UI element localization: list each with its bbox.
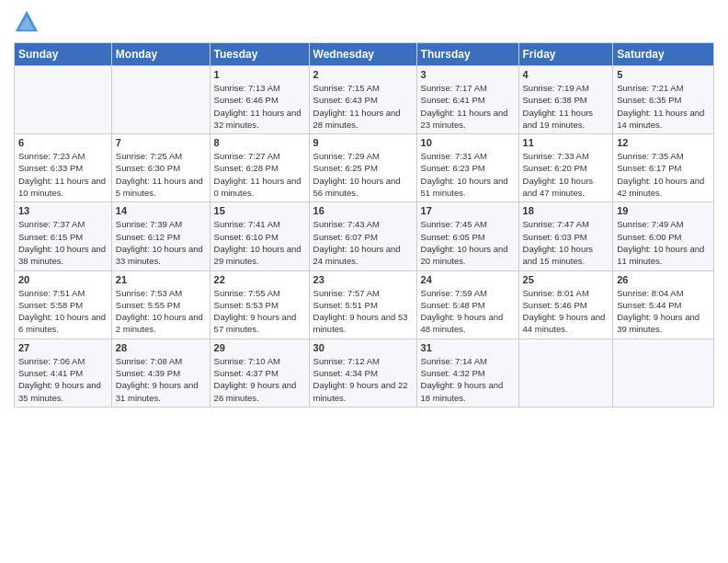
day-number: 7 <box>116 137 206 148</box>
day-info: Sunrise: 7:17 AMSunset: 6:41 PMDaylight:… <box>421 82 515 131</box>
day-info: Sunrise: 8:04 AMSunset: 5:44 PMDaylight:… <box>617 287 710 336</box>
cell-1-4: 2Sunrise: 7:15 AMSunset: 6:43 PMDaylight… <box>309 66 416 134</box>
day-header-friday: Friday <box>518 43 613 66</box>
day-number: 29 <box>214 342 305 353</box>
day-info: Sunrise: 7:27 AMSunset: 6:28 PMDaylight:… <box>214 150 305 199</box>
week-row-5: 27Sunrise: 7:06 AMSunset: 4:41 PMDayligh… <box>15 339 714 407</box>
cell-2-5: 10Sunrise: 7:31 AMSunset: 6:23 PMDayligh… <box>416 134 518 202</box>
cell-3-3: 15Sunrise: 7:41 AMSunset: 6:10 PMDayligh… <box>210 202 309 270</box>
cell-5-6 <box>518 339 613 407</box>
cell-3-6: 18Sunrise: 7:47 AMSunset: 6:03 PMDayligh… <box>518 202 613 270</box>
cell-1-3: 1Sunrise: 7:13 AMSunset: 6:46 PMDaylight… <box>210 66 309 134</box>
cell-3-1: 13Sunrise: 7:37 AMSunset: 6:15 PMDayligh… <box>15 202 112 270</box>
day-info: Sunrise: 7:59 AMSunset: 5:48 PMDaylight:… <box>421 287 515 336</box>
page-container: SundayMondayTuesdayWednesdayThursdayFrid… <box>0 0 728 417</box>
cell-3-7: 19Sunrise: 7:49 AMSunset: 6:00 PMDayligh… <box>613 202 714 270</box>
day-number: 3 <box>421 69 515 80</box>
day-info: Sunrise: 7:12 AMSunset: 4:34 PMDaylight:… <box>313 355 413 404</box>
day-info: Sunrise: 7:23 AMSunset: 6:33 PMDaylight:… <box>18 150 108 199</box>
cell-4-7: 26Sunrise: 8:04 AMSunset: 5:44 PMDayligh… <box>613 270 714 339</box>
day-number: 23 <box>313 274 413 285</box>
week-row-1: 1Sunrise: 7:13 AMSunset: 6:46 PMDaylight… <box>15 66 714 134</box>
day-number: 27 <box>18 342 108 353</box>
cell-1-6: 4Sunrise: 7:19 AMSunset: 6:38 PMDaylight… <box>518 66 613 134</box>
day-info: Sunrise: 7:43 AMSunset: 6:07 PMDaylight:… <box>313 218 413 267</box>
day-header-monday: Monday <box>111 43 210 66</box>
day-number: 28 <box>116 342 206 353</box>
day-header-wednesday: Wednesday <box>309 43 416 66</box>
day-info: Sunrise: 7:45 AMSunset: 6:05 PMDaylight:… <box>421 218 515 267</box>
cell-5-2: 28Sunrise: 7:08 AMSunset: 4:39 PMDayligh… <box>111 339 210 407</box>
cell-3-2: 14Sunrise: 7:39 AMSunset: 6:12 PMDayligh… <box>111 202 210 270</box>
calendar-table: SundayMondayTuesdayWednesdayThursdayFrid… <box>14 42 714 408</box>
day-info: Sunrise: 7:19 AMSunset: 6:38 PMDaylight:… <box>523 82 609 131</box>
day-info: Sunrise: 7:55 AMSunset: 5:53 PMDaylight:… <box>214 287 305 336</box>
day-info: Sunrise: 7:31 AMSunset: 6:23 PMDaylight:… <box>421 150 515 199</box>
day-number: 17 <box>421 205 515 216</box>
cell-1-2 <box>111 66 210 134</box>
day-number: 11 <box>523 137 609 148</box>
day-info: Sunrise: 7:06 AMSunset: 4:41 PMDaylight:… <box>18 355 108 404</box>
cell-2-4: 9Sunrise: 7:29 AMSunset: 6:25 PMDaylight… <box>309 134 416 202</box>
cell-4-5: 24Sunrise: 7:59 AMSunset: 5:48 PMDayligh… <box>416 270 518 339</box>
day-number: 26 <box>617 274 710 285</box>
cell-1-7: 5Sunrise: 7:21 AMSunset: 6:35 PMDaylight… <box>613 66 714 134</box>
logo-icon <box>14 9 40 35</box>
day-info: Sunrise: 7:37 AMSunset: 6:15 PMDaylight:… <box>18 218 108 267</box>
cell-4-4: 23Sunrise: 7:57 AMSunset: 5:51 PMDayligh… <box>309 270 416 339</box>
day-number: 24 <box>421 274 515 285</box>
day-info: Sunrise: 7:14 AMSunset: 4:32 PMDaylight:… <box>421 355 515 404</box>
day-number: 8 <box>214 137 305 148</box>
cell-2-6: 11Sunrise: 7:33 AMSunset: 6:20 PMDayligh… <box>518 134 613 202</box>
day-number: 30 <box>313 342 413 353</box>
day-info: Sunrise: 7:29 AMSunset: 6:25 PMDaylight:… <box>313 150 413 199</box>
day-number: 25 <box>523 274 609 285</box>
day-header-sunday: Sunday <box>15 43 112 66</box>
day-number: 18 <box>523 205 609 216</box>
day-number: 21 <box>116 274 206 285</box>
cell-5-4: 30Sunrise: 7:12 AMSunset: 4:34 PMDayligh… <box>309 339 416 407</box>
day-number: 15 <box>214 205 305 216</box>
day-info: Sunrise: 7:25 AMSunset: 6:30 PMDaylight:… <box>116 150 206 199</box>
cell-4-2: 21Sunrise: 7:53 AMSunset: 5:55 PMDayligh… <box>111 270 210 339</box>
cell-4-3: 22Sunrise: 7:55 AMSunset: 5:53 PMDayligh… <box>210 270 309 339</box>
day-info: Sunrise: 7:47 AMSunset: 6:03 PMDaylight:… <box>523 218 609 267</box>
day-header-saturday: Saturday <box>613 43 714 66</box>
logo <box>14 9 41 35</box>
day-info: Sunrise: 7:41 AMSunset: 6:10 PMDaylight:… <box>214 218 305 267</box>
day-info: Sunrise: 7:39 AMSunset: 6:12 PMDaylight:… <box>116 218 206 267</box>
cell-3-5: 17Sunrise: 7:45 AMSunset: 6:05 PMDayligh… <box>416 202 518 270</box>
cell-2-2: 7Sunrise: 7:25 AMSunset: 6:30 PMDaylight… <box>111 134 210 202</box>
day-info: Sunrise: 7:15 AMSunset: 6:43 PMDaylight:… <box>313 82 413 131</box>
day-number: 1 <box>214 69 305 80</box>
day-info: Sunrise: 7:53 AMSunset: 5:55 PMDaylight:… <box>116 287 206 336</box>
cell-2-3: 8Sunrise: 7:27 AMSunset: 6:28 PMDaylight… <box>210 134 309 202</box>
cell-5-1: 27Sunrise: 7:06 AMSunset: 4:41 PMDayligh… <box>15 339 112 407</box>
day-info: Sunrise: 7:10 AMSunset: 4:37 PMDaylight:… <box>214 355 305 404</box>
day-number: 22 <box>214 274 305 285</box>
day-info: Sunrise: 7:35 AMSunset: 6:17 PMDaylight:… <box>617 150 710 199</box>
day-info: Sunrise: 7:51 AMSunset: 5:58 PMDaylight:… <box>18 287 108 336</box>
day-info: Sunrise: 7:49 AMSunset: 6:00 PMDaylight:… <box>617 218 710 267</box>
day-number: 16 <box>313 205 413 216</box>
day-info: Sunrise: 7:21 AMSunset: 6:35 PMDaylight:… <box>617 82 710 131</box>
day-number: 14 <box>116 205 206 216</box>
day-info: Sunrise: 7:57 AMSunset: 5:51 PMDaylight:… <box>313 287 413 336</box>
day-info: Sunrise: 7:08 AMSunset: 4:39 PMDaylight:… <box>116 355 206 404</box>
week-row-2: 6Sunrise: 7:23 AMSunset: 6:33 PMDaylight… <box>15 134 714 202</box>
day-number: 2 <box>313 69 413 80</box>
day-number: 4 <box>523 69 609 80</box>
week-row-3: 13Sunrise: 7:37 AMSunset: 6:15 PMDayligh… <box>15 202 714 270</box>
day-number: 6 <box>18 137 108 148</box>
cell-4-1: 20Sunrise: 7:51 AMSunset: 5:58 PMDayligh… <box>15 270 112 339</box>
day-number: 20 <box>18 274 108 285</box>
cell-1-5: 3Sunrise: 7:17 AMSunset: 6:41 PMDaylight… <box>416 66 518 134</box>
cell-5-7 <box>613 339 714 407</box>
header <box>14 9 714 35</box>
cell-2-7: 12Sunrise: 7:35 AMSunset: 6:17 PMDayligh… <box>613 134 714 202</box>
calendar-body: 1Sunrise: 7:13 AMSunset: 6:46 PMDaylight… <box>15 66 714 408</box>
day-info: Sunrise: 7:33 AMSunset: 6:20 PMDaylight:… <box>523 150 609 199</box>
cell-5-5: 31Sunrise: 7:14 AMSunset: 4:32 PMDayligh… <box>416 339 518 407</box>
day-number: 12 <box>617 137 710 148</box>
cell-1-1 <box>15 66 112 134</box>
